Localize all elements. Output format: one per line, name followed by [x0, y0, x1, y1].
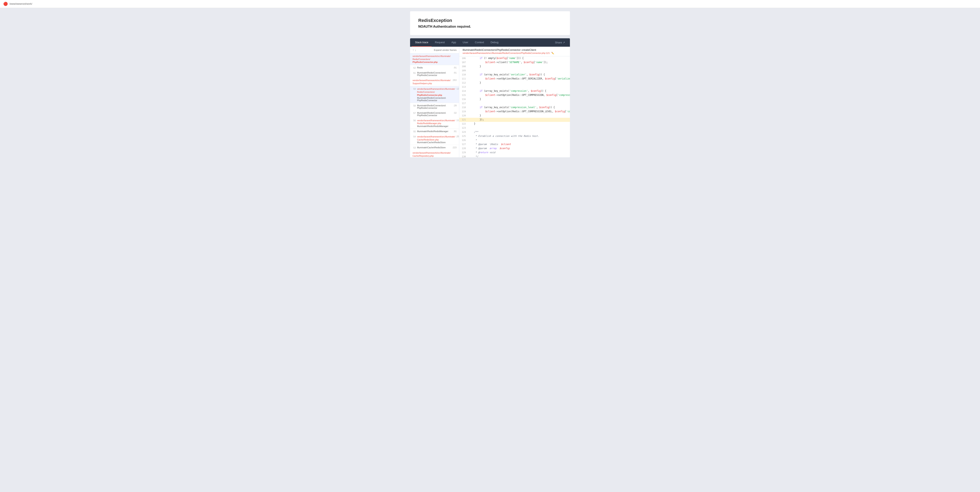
line-number: 123: [459, 126, 468, 130]
line-number: 114: [459, 89, 468, 93]
code-line: 123: [459, 126, 570, 130]
code-line: 113: [459, 85, 570, 89]
code-line: 124 /**: [459, 130, 570, 134]
frame-item[interactable]: 53 Illuminate\Cache\RedisStore :223: [410, 145, 459, 150]
line-content: [468, 126, 570, 130]
tab-stack-trace[interactable]: Stack trace: [412, 38, 431, 47]
frame-item[interactable]: 57 Illuminate\Redis\Connectors\PhpRedisC…: [410, 110, 459, 118]
tab-request[interactable]: Request: [431, 38, 448, 47]
frames-header: ↑ ↓ Expand vendor frames: [410, 47, 459, 54]
line-content: * @param \Redis $client: [468, 142, 570, 146]
frame-content: Illuminate\Redis\Connectors\PhpRedisConn…: [417, 71, 453, 76]
line-content: */: [468, 155, 570, 157]
error-panel: RedisException NOAUTH Authentication req…: [410, 11, 570, 35]
frame-line: :91: [453, 130, 457, 133]
frame-class: Illuminate\Redis\Connectors\PhpRedisConn…: [417, 104, 453, 109]
expand-vendor-button[interactable]: Expand vendor frames: [434, 49, 457, 51]
code-line: 125 * Establish a connection with the Re…: [459, 134, 570, 138]
tab-debug[interactable]: Debug: [487, 38, 502, 47]
frame-class: Illuminate\Cache\RedisStore: [417, 146, 452, 149]
line-content: if (array_key_exists('compression', $con…: [468, 89, 570, 93]
frame-item[interactable]: 54 vendor/laravel/framework/src/Illumina…: [410, 134, 459, 145]
line-content: if (! empty($config['name'])) {: [468, 56, 570, 60]
line-content: }: [468, 65, 570, 68]
tab-app[interactable]: App: [448, 38, 459, 47]
stack-frames-panel: ↑ ↓ Expand vendor frames vendor/laravel/…: [410, 47, 459, 157]
frame-line: :263: [452, 79, 457, 81]
line-number: 128: [459, 146, 468, 151]
line-content: if (array_key_exists('serializer', $conf…: [468, 73, 570, 77]
code-line: 107 $client->client('SETNAME', $config['…: [459, 60, 570, 65]
line-number: 121: [459, 118, 468, 122]
nav-up-icon[interactable]: ↑: [412, 48, 414, 52]
line-number: 116: [459, 97, 468, 102]
line-content: if (array_key_exists('compression_level'…: [468, 105, 570, 110]
code-header: Illuminate\Redis\Connectors\PhpRedisConn…: [459, 47, 570, 56]
frame-item[interactable]: 61 Illuminate\Redis\Connectors\PhpRedisC…: [410, 70, 459, 78]
line-number: 126: [459, 138, 468, 142]
line-content: * @return void: [468, 151, 570, 155]
code-line: 129 * @return void: [459, 151, 570, 155]
code-method: Illuminate\Redis\Connectors\PhpRedisConn…: [463, 48, 566, 51]
frame-line: :28: [453, 104, 457, 107]
line-number: 107: [459, 60, 468, 65]
frame-content: Illuminate\Cache\RedisStore: [417, 146, 452, 149]
error-message: NOAUTH Authentication required.: [418, 25, 562, 29]
code-lines: 106 if (! empty($config['name'])) {107 $…: [459, 56, 570, 157]
frame-item[interactable]: vendor/laravel/framework/src/Illuminate/…: [410, 78, 459, 86]
line-content: }: [468, 114, 570, 118]
frame-number: 58: [412, 104, 417, 107]
frame-line: :121: [455, 87, 459, 90]
frame-line: :112: [455, 119, 459, 121]
line-number: 106: [459, 56, 468, 60]
code-line: 109: [459, 68, 570, 73]
code-line: 112 }: [459, 81, 570, 85]
line-number: 108: [459, 65, 468, 68]
code-line: 111 $client->setOption(Redis::OPT_SERIAL…: [459, 77, 570, 81]
frame-class: Illuminate\Redis\RedisManager: [417, 125, 455, 127]
frame-number: 59: [412, 87, 417, 90]
line-number: 120: [459, 114, 468, 118]
code-line: 130 */: [459, 155, 570, 157]
frame-number: 53: [412, 146, 417, 149]
frame-class: Illuminate\Redis\Connectors\PhpRedisConn…: [417, 97, 455, 102]
frame-line: :32: [453, 112, 457, 114]
frame-number: 62: [412, 67, 417, 69]
line-content: }: [468, 122, 570, 126]
frame-content: Illuminate\Redis\Connectors\PhpRedisConn…: [417, 112, 453, 117]
tab-user[interactable]: User: [460, 38, 472, 47]
code-line: 128 * @param array $config: [459, 146, 570, 151]
stack-navigation: ↑ ↓: [412, 48, 416, 52]
line-number: 113: [459, 85, 468, 89]
frame-class: Redis: [417, 67, 453, 69]
line-number: 127: [459, 142, 468, 146]
frame-vendor-file: vendor/laravel/framework/src/Illuminate/…: [412, 79, 452, 85]
share-button[interactable]: Share ↗: [552, 38, 568, 46]
nav-down-icon[interactable]: ↓: [415, 48, 416, 52]
line-number: 112: [459, 81, 468, 85]
code-line: 117: [459, 102, 570, 105]
code-line: 126 *: [459, 138, 570, 142]
frame-vendor-file: vendor/laravel/framework/src/Illuminate/…: [412, 151, 457, 157]
line-content: }: [468, 97, 570, 102]
line-number: 129: [459, 151, 468, 155]
tab-context[interactable]: Context: [472, 38, 487, 47]
frame-item[interactable]: vendor/laravel/framework/src/Illuminate/…: [410, 150, 459, 157]
frame-item[interactable]: 56 vendor/laravel/framework/src/Illumina…: [410, 118, 459, 129]
code-line: 116 }: [459, 97, 570, 102]
frame-item[interactable]: vendor/laravel/framework/src/Illuminate/…: [410, 54, 459, 65]
frame-item[interactable]: 59 vendor/laravel/framework/src/Illumina…: [410, 86, 459, 103]
frame-item[interactable]: 58 Illuminate\Redis\Connectors\PhpRedisC…: [410, 103, 459, 110]
code-line: 121 });: [459, 118, 570, 122]
line-content: }: [468, 81, 570, 85]
frame-line: :91: [453, 67, 457, 69]
frame-class: Illuminate\Redis\RedisManager: [417, 130, 453, 133]
code-line: 115 $client->setOption(Redis::OPT_COMPRE…: [459, 93, 570, 97]
edit-icon[interactable]: ✏️: [551, 52, 554, 54]
line-number: 118: [459, 105, 468, 110]
line-number: 117: [459, 102, 468, 105]
line-number: 109: [459, 68, 468, 73]
frame-item[interactable]: 55 Illuminate\Redis\RedisManager :91: [410, 129, 459, 134]
frame-item[interactable]: 62 Redis :91: [410, 65, 459, 70]
line-number: 110: [459, 73, 468, 77]
